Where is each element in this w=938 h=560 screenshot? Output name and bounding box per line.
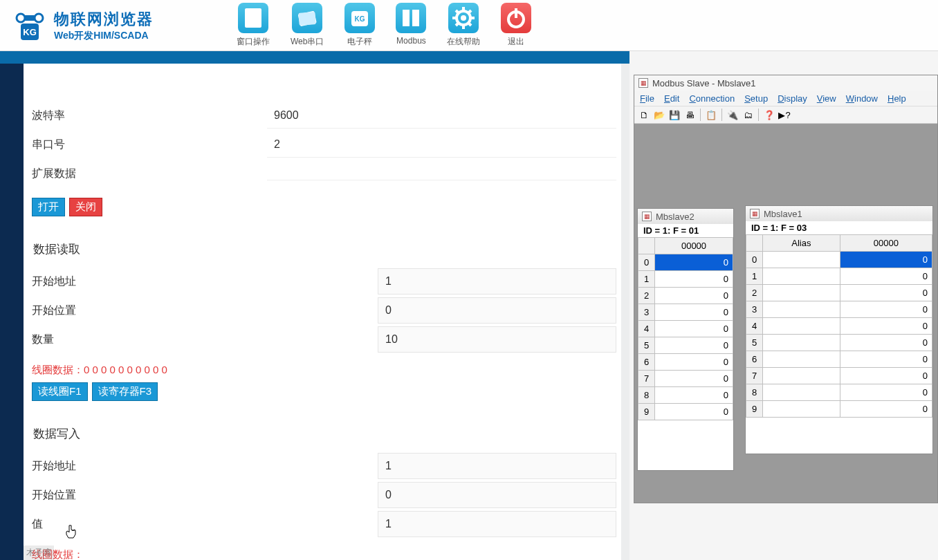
value-cell[interactable]: 0 [655, 254, 733, 271]
menu-view[interactable]: View [817, 93, 836, 104]
alias-cell[interactable] [763, 351, 840, 368]
alias-cell[interactable] [763, 318, 840, 335]
new-icon[interactable]: 🗋 [637, 108, 651, 122]
table-row[interactable]: 80 [638, 387, 733, 404]
child-title[interactable]: ▦Mbslave1 [746, 206, 932, 221]
open-button[interactable]: 打开 [32, 198, 65, 216]
menu-edit[interactable]: Edit [664, 93, 679, 104]
table-row[interactable]: 60 [746, 351, 932, 368]
menu-help[interactable]: Help [888, 93, 906, 104]
ext-value[interactable] [267, 167, 616, 180]
value-cell[interactable]: 0 [655, 271, 733, 288]
copy-icon[interactable]: 📋 [704, 108, 718, 122]
table-row[interactable]: 40 [746, 318, 932, 335]
alias-cell[interactable] [763, 335, 840, 351]
baud-value[interactable]: 9600 [267, 103, 616, 129]
alias-cell[interactable] [763, 268, 840, 285]
value-cell[interactable]: 0 [840, 335, 932, 351]
toolbar-modbus-button[interactable]: Modbus [396, 3, 426, 48]
value-cell[interactable]: 0 [840, 384, 932, 401]
read-coil-button[interactable]: 读线圈F1 [32, 382, 88, 401]
value-cell[interactable]: 0 [840, 268, 932, 285]
table-row[interactable]: 20 [638, 288, 733, 304]
disconnect-icon[interactable]: 🗂 [741, 108, 755, 122]
mdi-child-mbslave1[interactable]: ▦Mbslave1 ID = 1: F = 03 Alias0000000102… [745, 205, 933, 454]
alias-cell[interactable] [763, 368, 840, 384]
modbus-slave-window: ▦ Modbus Slave - Mbslave1 FileEditConnec… [634, 75, 938, 503]
port-value[interactable]: 2 [267, 132, 616, 158]
write-value-input[interactable] [378, 511, 616, 537]
table-row[interactable]: 30 [638, 304, 733, 321]
table-row[interactable]: 60 [638, 354, 733, 371]
table-row[interactable]: 70 [746, 368, 932, 384]
value-cell[interactable]: 0 [840, 301, 932, 318]
value-cell[interactable]: 0 [840, 401, 932, 418]
col-header[interactable]: 00000 [840, 235, 932, 252]
col-header[interactable]: 00000 [655, 238, 733, 254]
alias-cell[interactable] [763, 252, 840, 268]
col-header[interactable]: Alias [763, 235, 840, 252]
table-row[interactable]: 90 [638, 404, 733, 420]
value-cell[interactable]: 0 [840, 252, 932, 268]
value-cell[interactable]: 0 [655, 321, 733, 337]
menu-display[interactable]: Display [778, 93, 807, 104]
table-row[interactable]: 40 [638, 321, 733, 337]
alias-cell[interactable] [763, 285, 840, 301]
modbus-window-title[interactable]: ▦ Modbus Slave - Mbslave1 [634, 75, 937, 91]
menu-setup[interactable]: Setup [744, 93, 768, 104]
value-cell[interactable]: 0 [840, 368, 932, 384]
value-cell[interactable]: 0 [655, 304, 733, 321]
toolbar-label: Web串口 [291, 36, 324, 48]
read-count-input[interactable] [378, 326, 616, 353]
table-row[interactable]: 10 [746, 268, 932, 285]
alias-cell[interactable] [763, 301, 840, 318]
value-cell[interactable]: 0 [655, 387, 733, 404]
child-title[interactable]: ▦Mbslave2 [638, 209, 733, 224]
alias-cell[interactable] [763, 384, 840, 401]
whatsthis-icon[interactable]: ▶? [778, 108, 791, 122]
table-row[interactable]: 90 [746, 401, 932, 418]
value-cell[interactable]: 0 [655, 371, 733, 387]
value-cell[interactable]: 0 [655, 404, 733, 420]
value-cell[interactable]: 0 [655, 354, 733, 371]
table-row[interactable]: 00 [638, 254, 733, 271]
table-row[interactable]: 80 [746, 384, 932, 401]
mdi-child-mbslave2[interactable]: ▦Mbslave2 ID = 1: F = 01 000000010203040… [637, 208, 734, 471]
col-header[interactable] [746, 235, 763, 252]
write-start-pos-input[interactable] [378, 482, 616, 508]
toolbar-scale-button[interactable]: KG电子秤 [344, 3, 375, 48]
table-row[interactable]: 30 [746, 301, 932, 318]
table-row[interactable]: 50 [638, 337, 733, 354]
read-start-addr-input[interactable] [378, 268, 616, 295]
table-row[interactable]: 20 [746, 285, 932, 301]
value-cell[interactable]: 0 [655, 288, 733, 304]
print-icon[interactable]: 🖶 [683, 108, 697, 122]
write-start-addr-input[interactable] [378, 453, 616, 479]
toolbar-book-button[interactable]: Web串口 [291, 3, 324, 48]
menu-window[interactable]: Window [846, 93, 878, 104]
open-icon[interactable]: 📂 [652, 108, 666, 122]
save-icon[interactable]: 💾 [668, 108, 681, 122]
table-row[interactable]: 00 [746, 252, 932, 268]
toolbar-label: 电子秤 [347, 36, 372, 48]
scrollbar[interactable] [621, 64, 629, 560]
table-row[interactable]: 10 [638, 271, 733, 288]
toolbar-power-button[interactable]: 退出 [501, 3, 531, 48]
value-cell[interactable]: 0 [655, 337, 733, 354]
toolbar-window-button[interactable]: 窗口操作 [237, 3, 270, 48]
alias-cell[interactable] [763, 401, 840, 418]
menu-connection[interactable]: Connection [689, 93, 735, 104]
close-button[interactable]: 关闭 [69, 198, 102, 216]
help-icon[interactable]: ❓ [762, 108, 776, 122]
table-row[interactable]: 50 [746, 335, 932, 351]
read-register-button[interactable]: 读寄存器F3 [92, 382, 158, 401]
menu-file[interactable]: File [640, 93, 654, 104]
value-cell[interactable]: 0 [840, 285, 932, 301]
value-cell[interactable]: 0 [840, 318, 932, 335]
toolbar-gear-button[interactable]: 在线帮助 [447, 3, 480, 48]
read-start-pos-input[interactable] [378, 297, 616, 324]
value-cell[interactable]: 0 [840, 351, 932, 368]
col-header[interactable] [638, 238, 655, 254]
table-row[interactable]: 70 [638, 371, 733, 387]
connect-icon[interactable]: 🔌 [726, 108, 739, 122]
